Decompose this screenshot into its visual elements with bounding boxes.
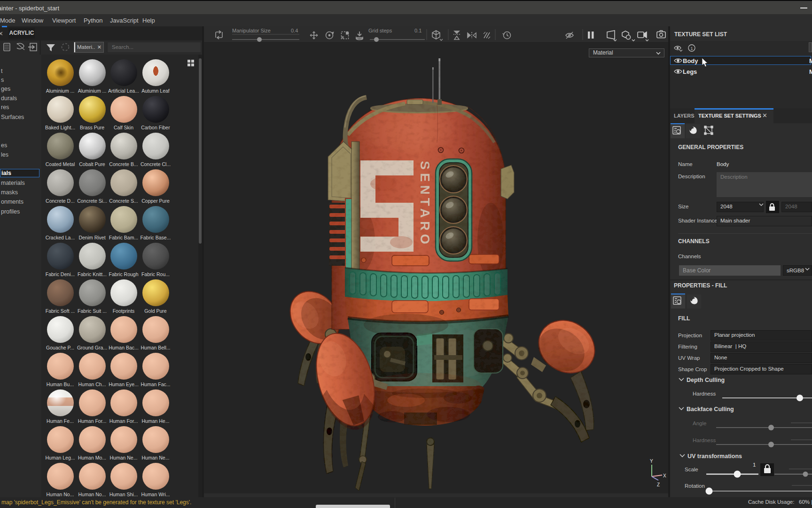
svg-text:Y: Y [650,459,653,464]
svg-text:1: 1 [690,46,693,51]
svg-text:X: X [663,473,666,478]
svg-text:Z: Z [657,482,660,487]
